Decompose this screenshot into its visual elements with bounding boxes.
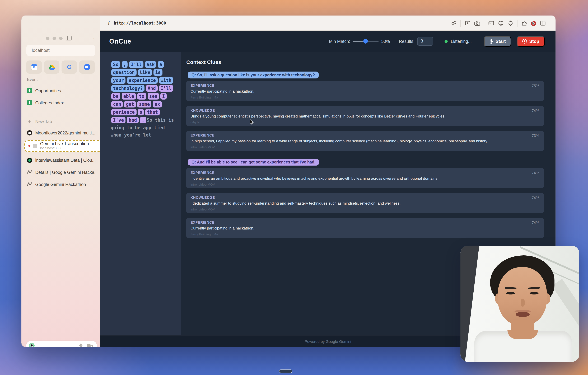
- transcript-word-chip: able: [122, 93, 136, 100]
- results-input[interactable]: 3: [417, 37, 433, 46]
- tab-google-gemini-hackathon[interactable]: Google Gemini Hackathon: [27, 182, 96, 187]
- active-tab-title: Gemini Live Transcription: [40, 142, 89, 146]
- slider-thumb[interactable]: [363, 39, 368, 43]
- target-icon[interactable]: [507, 20, 513, 26]
- sidebar-item-opportunities[interactable]: Opportunities: [27, 88, 96, 93]
- zoom-window-button[interactable]: [59, 37, 63, 40]
- browser-toolbar: i http://localhost:3000: [100, 16, 556, 31]
- dock-indicator-pill[interactable]: [279, 369, 293, 373]
- context-card[interactable]: EXPERIENCE Currently participating in a …: [186, 218, 544, 238]
- min-match-label: Min Match:: [329, 39, 350, 44]
- card-type-label: EXPERIENCE: [190, 220, 513, 224]
- context-card[interactable]: EXPERIENCE In high school, I applied my …: [186, 131, 544, 151]
- person-face: [498, 267, 547, 325]
- tab-gemini-live-transcription-active[interactable]: Gemini Live Transcription localhost:3000: [24, 140, 110, 152]
- sidebar-toggle-icon[interactable]: [66, 36, 72, 41]
- cloud-firestore-icon: [27, 158, 32, 163]
- google-sheets-icon: [27, 88, 32, 93]
- sidebar-search-input[interactable]: localhost: [26, 45, 95, 56]
- google-sheets-icon: [27, 100, 32, 105]
- new-tab-button[interactable]: + New Tab: [27, 119, 96, 125]
- transcript-word-chip: question: [111, 69, 136, 76]
- extensions-puzzle-icon[interactable]: [521, 20, 527, 26]
- split-view-icon[interactable]: [540, 20, 546, 26]
- tab-details-hackathon[interactable]: Details | Google Gemini Hacka...: [27, 170, 96, 175]
- tab-favicon-placeholder: [33, 144, 37, 148]
- back-button[interactable]: ←: [92, 34, 97, 40]
- card-text: Currently participating in a hackathon.: [190, 226, 513, 230]
- transcript-word-chip: I'll: [129, 61, 143, 68]
- sidebar-item-colleges-index[interactable]: Colleges Index: [27, 100, 96, 105]
- minimize-window-button[interactable]: [52, 37, 56, 40]
- card-text: Currently participating in a hackathon.: [190, 89, 513, 93]
- tab-interviewassistant-data[interactable]: interviewassistant Data | Clou...: [27, 158, 96, 163]
- question-chip: Q: So, I'll ask a question like is your …: [188, 72, 319, 78]
- google-drive-shortcut[interactable]: [44, 61, 59, 74]
- transcript-word-chip: that: [145, 109, 160, 115]
- camera-icon[interactable]: [474, 20, 480, 26]
- terminal-icon[interactable]: [488, 20, 494, 26]
- google-meet-icon: [84, 64, 90, 70]
- mouse-cursor: [250, 119, 254, 125]
- recording-dot-icon: [28, 145, 31, 147]
- google-g-icon: G: [67, 63, 72, 71]
- url-address[interactable]: http://localhost:3000: [114, 21, 166, 25]
- transcript-word-chip: ,: [122, 61, 128, 68]
- tab-label: Google Gemini Hackathon: [35, 182, 86, 187]
- sidebar-bottom-input[interactable]: [26, 341, 97, 347]
- card-match-percent: 74%: [532, 220, 539, 225]
- stop-label: Stop: [529, 39, 539, 44]
- question-group: Q: And I'll be able to see I can get som…: [186, 156, 544, 238]
- google-calendar-shortcut[interactable]: [26, 61, 42, 74]
- screen-record-icon[interactable]: [531, 21, 536, 26]
- app-title: OnCue: [109, 38, 131, 45]
- transcript-word-chip: see: [147, 93, 159, 100]
- tab-github-moonflower[interactable]: Moonflower2022/gemini-multi...: [27, 130, 96, 135]
- window-controls: [46, 37, 63, 40]
- transcript-word-chip: I'll: [159, 85, 173, 92]
- ceiling-beam: [552, 279, 579, 329]
- min-match-value: 50%: [381, 39, 390, 44]
- transcript-word-chip: experience: [127, 77, 158, 84]
- stop-button[interactable]: Stop: [517, 36, 545, 46]
- google-meet-shortcut[interactable]: [79, 61, 95, 74]
- google-drive-icon: [49, 64, 55, 70]
- close-window-button[interactable]: [46, 37, 49, 40]
- video-camera-icon[interactable]: [87, 344, 93, 347]
- transcript-word-chip: I've: [111, 117, 126, 123]
- shortcut-tiles: G: [26, 61, 95, 74]
- transcript-word-chip: technology?: [111, 85, 145, 92]
- transcript-word-chip: .: [140, 117, 146, 123]
- link-icon[interactable]: [451, 20, 457, 26]
- min-match-slider[interactable]: [353, 41, 378, 42]
- browser-sidebar: ← → ↻ ⌄ localhost G Event: [21, 16, 100, 347]
- card-type-label: EXPERIENCE: [190, 84, 513, 87]
- card-match-percent: 74%: [532, 109, 539, 113]
- status-text: Listening...: [451, 39, 472, 44]
- transcript-word-chip: is: [154, 69, 162, 76]
- context-card[interactable]: KNOWLEDGE Brings a young computer scient…: [186, 106, 544, 126]
- microphone-icon[interactable]: [79, 343, 83, 347]
- web-inspector-globe-icon[interactable]: [498, 20, 504, 26]
- screenshot-icon[interactable]: [465, 20, 471, 26]
- toolbar-separator: [461, 20, 461, 27]
- transcript-word-chip: So: [111, 61, 120, 68]
- transcript-word-chip: s: [138, 109, 144, 115]
- context-card[interactable]: KNOWLEDGE I dedicated a summer to studyi…: [186, 193, 544, 213]
- context-card[interactable]: EXPERIENCE Currently participating in a …: [186, 81, 544, 101]
- context-card[interactable]: EXPERIENCE I identify as an ambitious an…: [186, 168, 544, 188]
- sidebar-item-label: Opportunities: [35, 88, 61, 93]
- question-chip: Q: And I'll be able to see I can get som…: [188, 159, 319, 166]
- toolbar-icons: [451, 16, 546, 31]
- transcript-panel: So,I'llaskaquestionlikeisyourexperiencew…: [100, 52, 181, 335]
- card-type-label: EXPERIENCE: [190, 171, 513, 175]
- card-type-label: EXPERIENCE: [190, 133, 513, 137]
- waveform-icon: [27, 182, 32, 187]
- start-button[interactable]: Start: [484, 36, 511, 46]
- sidebar-divider: [26, 113, 95, 113]
- transcript-word-chip: ex: [153, 101, 162, 107]
- page-info-icon[interactable]: i: [108, 20, 110, 26]
- google-search-shortcut[interactable]: G: [62, 61, 77, 74]
- start-label: Start: [495, 39, 506, 44]
- card-match-percent: 73%: [532, 133, 539, 137]
